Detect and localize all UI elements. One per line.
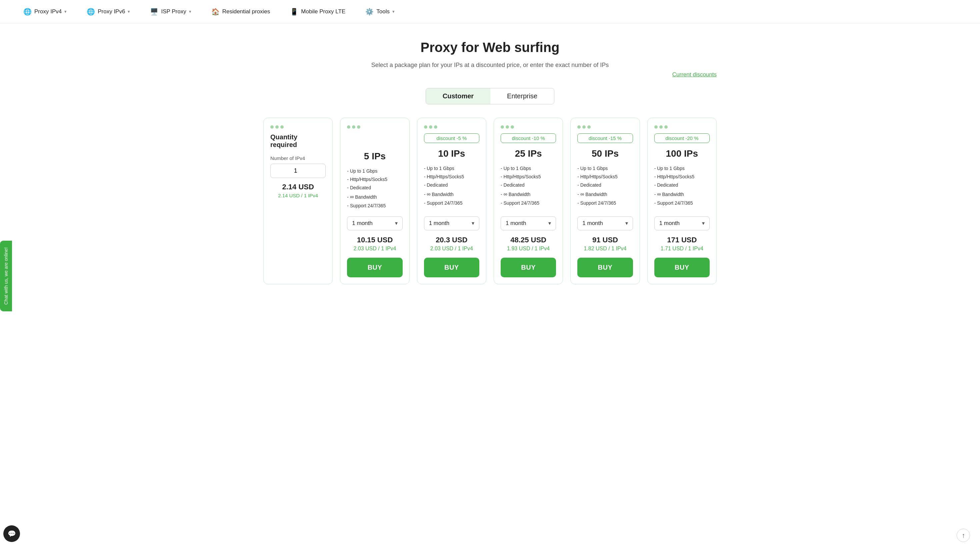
dot-1 <box>424 125 427 129</box>
plan-card-plan-100: discount -20 % 100 IPs - Up to 1 Gbps- H… <box>648 118 717 284</box>
card-features: - Up to 1 Gbps- Http/Https/Socks5- Dedic… <box>654 164 710 210</box>
card-dots <box>578 125 633 129</box>
proxy-ipv4-icon: 🌐 <box>23 8 32 16</box>
feature-item: - Dedicated <box>654 181 710 189</box>
nav-isp-proxy[interactable]: 🖥️ ISP Proxy ▾ <box>140 0 201 23</box>
card-features: - Up to 1 Gbps- Http/Https/Socks5- Dedic… <box>578 164 633 210</box>
duration-dropdown[interactable]: 1 month ▾ <box>654 216 710 230</box>
nav-proxy-ipv4-label: Proxy IPv4 <box>34 8 62 15</box>
chevron-down-icon: ▾ <box>702 220 705 226</box>
feature-item: - Dedicated <box>424 181 479 189</box>
duration-value: 1 month <box>659 220 680 227</box>
buy-button[interactable]: BUY <box>501 258 556 277</box>
chevron-down-icon: ▾ <box>625 220 628 226</box>
feature-item: - Up to 1 Gbps <box>501 164 556 173</box>
card-ips-label: 10 IPs <box>424 148 479 159</box>
duration-value: 1 month <box>352 220 372 227</box>
feature-item: - ∞ Bandwidth <box>501 190 556 199</box>
unit-price: 2.14 USD <box>270 183 326 191</box>
dot-3 <box>664 125 668 129</box>
current-discounts-link[interactable]: Current discounts <box>672 72 717 78</box>
tools-icon: ⚙️ <box>365 8 374 16</box>
plan-card-plan-10: discount -5 % 10 IPs - Up to 1 Gbps- Htt… <box>417 118 486 284</box>
duration-dropdown[interactable]: 1 month ▾ <box>424 216 479 230</box>
feature-item: - Support 24/7/365 <box>424 199 479 207</box>
price-total: 48.25 USD <box>501 235 556 244</box>
nav-tools-label: Tools <box>376 8 390 15</box>
nav-proxy-ipv6-label: Proxy IPv6 <box>98 8 125 15</box>
chevron-down-icon: ▾ <box>395 220 398 226</box>
nav-mobile-proxy-lte[interactable]: 📱 Mobile Proxy LTE <box>280 0 355 23</box>
dot-2 <box>275 125 278 129</box>
cards-row: Quantity required Number of IPv4 2.14 US… <box>263 118 717 284</box>
card-dots <box>347 125 402 129</box>
card-dots <box>654 125 710 129</box>
tab-customer[interactable]: Customer <box>426 88 490 104</box>
feature-item: - ∞ Bandwidth <box>654 190 710 199</box>
duration-value: 1 month <box>429 220 449 227</box>
price-per-ip: 1.93 USD / 1 IPv4 <box>501 246 556 252</box>
price-total: 10.15 USD <box>347 235 402 244</box>
price-total: 20.3 USD <box>424 235 479 244</box>
dot-3 <box>357 125 360 129</box>
tabs-container: Customer Enterprise <box>426 88 555 104</box>
nav-proxy-ipv4[interactable]: 🌐 Proxy IPv4 ▾ <box>13 0 77 23</box>
feature-item: - Support 24/7/365 <box>347 202 402 210</box>
discount-badge: discount -20 % <box>654 133 710 143</box>
chevron-down-icon: ▾ <box>64 9 67 14</box>
nav-mobile-proxy-lte-label: Mobile Proxy LTE <box>301 8 345 15</box>
feature-item: - Up to 1 Gbps <box>578 164 633 173</box>
feature-item: - Http/Https/Socks5 <box>501 173 556 181</box>
card-features: - Up to 1 Gbps- Http/Https/Socks5- Dedic… <box>501 164 556 210</box>
buy-button[interactable]: BUY <box>578 258 633 277</box>
card-features: - Up to 1 Gbps- Http/Https/Socks5- Dedic… <box>424 164 479 210</box>
buy-button[interactable]: BUY <box>347 258 402 277</box>
price-per-ip: 1.82 USD / 1 IPv4 <box>578 246 633 252</box>
feature-item: - Dedicated <box>347 184 402 192</box>
buy-button[interactable]: BUY <box>654 258 710 277</box>
dot-1 <box>270 125 274 129</box>
feature-item: - ∞ Bandwidth <box>424 190 479 199</box>
navbar: 🌐 Proxy IPv4 ▾ 🌐 Proxy IPv6 ▾ 🖥️ ISP Pro… <box>0 0 980 23</box>
num-of-ipv4-label: Number of IPv4 <box>270 155 326 161</box>
chevron-down-icon: ▾ <box>189 9 191 14</box>
card-dots <box>501 125 556 129</box>
card-dots <box>424 125 479 129</box>
duration-dropdown[interactable]: 1 month ▾ <box>578 216 633 230</box>
feature-item: - Http/Https/Socks5 <box>424 173 479 181</box>
card-ips-label: 25 IPs <box>501 148 556 159</box>
dot-3 <box>511 125 514 129</box>
price-total: 171 USD <box>654 235 710 244</box>
dot-2 <box>429 125 432 129</box>
feature-item: - Dedicated <box>501 181 556 189</box>
tab-enterprise[interactable]: Enterprise <box>490 88 554 104</box>
current-discounts-section: Current discounts <box>263 72 717 78</box>
price-per-ip: 2.03 USD / 1 IPv4 <box>424 246 479 252</box>
nav-proxy-ipv6[interactable]: 🌐 Proxy IPv6 ▾ <box>77 0 140 23</box>
feature-item: - Http/Https/Socks5 <box>654 173 710 181</box>
page-title: Proxy for Web surfing <box>263 40 717 55</box>
discount-badge: discount -15 % <box>578 133 633 143</box>
plan-card-plan-50: discount -15 % 50 IPs - Up to 1 Gbps- Ht… <box>570 118 640 284</box>
feature-item: - Up to 1 Gbps <box>654 164 710 173</box>
chat-bubble[interactable]: Chat with us, we are online! <box>0 241 12 304</box>
tabs-wrapper: Customer Enterprise <box>263 88 717 104</box>
feature-item: - Http/Https/Socks5 <box>347 175 402 184</box>
dot-1 <box>578 125 581 129</box>
dot-1 <box>501 125 504 129</box>
chevron-down-icon: ▾ <box>548 220 551 226</box>
dot-2 <box>352 125 355 129</box>
duration-value: 1 month <box>582 220 603 227</box>
nav-residential-proxies[interactable]: 🏠 Residential proxies <box>201 0 280 23</box>
chevron-down-icon: ▾ <box>392 9 395 14</box>
nav-tools[interactable]: ⚙️ Tools ▾ <box>355 0 405 23</box>
duration-dropdown[interactable]: 1 month ▾ <box>347 216 402 230</box>
quantity-input[interactable] <box>270 164 326 178</box>
dot-1 <box>347 125 350 129</box>
page-subtitle: Select a package plan for your IPs at a … <box>263 62 717 68</box>
discount-badge: discount -10 % <box>501 133 556 143</box>
unit-price-sub: 2.14 USD / 1 IPv4 <box>270 192 326 198</box>
duration-dropdown[interactable]: 1 month ▾ <box>501 216 556 230</box>
buy-button[interactable]: BUY <box>424 258 479 277</box>
feature-item: - Up to 1 Gbps <box>347 167 402 175</box>
